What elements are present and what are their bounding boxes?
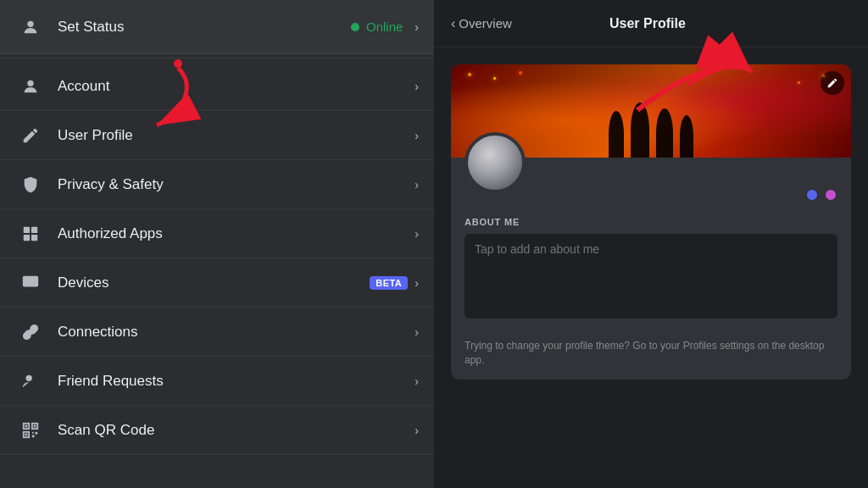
edit-icon bbox=[826, 77, 838, 89]
nav-item-privacy[interactable]: Privacy & Safety › bbox=[0, 160, 434, 209]
chevron-right-icon: › bbox=[415, 374, 419, 388]
profile-theme-footer: Trying to change your profile theme? Go … bbox=[451, 332, 851, 380]
nav-item-user-profile[interactable]: User Profile › bbox=[0, 111, 434, 160]
profile-card: ABOUT ME Trying to change your profile t… bbox=[451, 64, 851, 380]
back-label: Overview bbox=[459, 16, 512, 30]
chevron-right-icon: › bbox=[415, 276, 419, 290]
nav-item-authorized-apps[interactable]: Authorized Apps › bbox=[0, 209, 434, 258]
svg-rect-14 bbox=[32, 431, 34, 433]
grid-icon bbox=[15, 219, 46, 249]
light-dot bbox=[519, 71, 522, 75]
about-me-section: ABOUT ME bbox=[451, 207, 851, 332]
online-text: Online bbox=[366, 19, 403, 34]
person-add-icon bbox=[15, 366, 46, 396]
panel-title: User Profile bbox=[512, 16, 783, 31]
status-right: Online › bbox=[351, 19, 419, 34]
qr-icon bbox=[15, 415, 46, 446]
user-profile-panel: ‹ Overview User Profile bbox=[434, 0, 868, 488]
divider-1 bbox=[0, 58, 434, 58]
chevron-right-icon: › bbox=[415, 129, 419, 142]
light-dot bbox=[798, 81, 800, 84]
header-wrapper: ‹ Overview User Profile bbox=[451, 16, 851, 31]
nav-item-friend-requests[interactable]: Friend Requests › bbox=[0, 357, 434, 406]
nav-item-account[interactable]: Account › bbox=[0, 62, 434, 111]
about-me-label: ABOUT ME bbox=[465, 217, 837, 227]
chevron-right-icon: › bbox=[415, 178, 419, 191]
svg-point-7 bbox=[26, 374, 32, 380]
person-icon bbox=[15, 12, 46, 42]
avatar-area bbox=[465, 132, 851, 193]
svg-rect-5 bbox=[31, 234, 37, 240]
shield-icon bbox=[15, 169, 46, 200]
privacy-label: Privacy & Safety bbox=[58, 176, 409, 193]
devices-label: Devices bbox=[58, 274, 361, 291]
svg-rect-13 bbox=[25, 433, 28, 435]
chevron-right-icon: › bbox=[415, 424, 419, 437]
chevron-left-icon: ‹ bbox=[451, 16, 455, 31]
about-me-textarea[interactable] bbox=[465, 234, 837, 319]
nav-item-scan-qr[interactable]: Scan QR Code › bbox=[0, 406, 434, 455]
back-button[interactable]: ‹ Overview bbox=[451, 16, 512, 31]
user-profile-label: User Profile bbox=[58, 127, 409, 144]
edit-banner-button[interactable] bbox=[821, 71, 844, 95]
svg-point-0 bbox=[27, 20, 33, 26]
online-dot bbox=[351, 23, 359, 31]
authorized-apps-label: Authorized Apps bbox=[58, 225, 409, 242]
link-icon bbox=[15, 317, 46, 347]
account-icon bbox=[15, 71, 46, 102]
svg-rect-2 bbox=[24, 226, 30, 232]
chevron-right-icon: › bbox=[415, 325, 419, 339]
light-dot bbox=[493, 77, 496, 80]
set-status-row[interactable]: Set Status Online › bbox=[0, 0, 434, 54]
svg-rect-6 bbox=[23, 275, 38, 286]
beta-badge: BETA bbox=[370, 276, 408, 290]
svg-rect-12 bbox=[34, 424, 36, 427]
nav-item-devices[interactable]: Devices BETA › bbox=[0, 258, 434, 308]
svg-rect-16 bbox=[32, 435, 35, 437]
light-dot bbox=[468, 73, 471, 76]
chevron-right-icon: › bbox=[415, 80, 419, 93]
avatar[interactable] bbox=[465, 132, 526, 193]
monitor-icon bbox=[15, 268, 46, 298]
svg-rect-4 bbox=[24, 234, 30, 240]
set-status-label: Set Status bbox=[58, 19, 351, 36]
friend-requests-label: Friend Requests bbox=[58, 373, 409, 390]
connections-label: Connections bbox=[58, 324, 409, 341]
scan-qr-label: Scan QR Code bbox=[58, 422, 409, 439]
right-panel-header: ‹ Overview User Profile bbox=[434, 0, 868, 47]
profile-content: ABOUT ME Trying to change your profile t… bbox=[434, 47, 868, 488]
svg-point-1 bbox=[27, 80, 33, 86]
pencil-icon bbox=[15, 120, 46, 151]
account-label: Account bbox=[58, 78, 409, 95]
settings-menu: Set Status Online › Account › bbox=[0, 0, 434, 488]
svg-rect-11 bbox=[25, 424, 28, 427]
chevron-right-icon: › bbox=[415, 227, 419, 241]
nav-item-connections[interactable]: Connections › bbox=[0, 308, 434, 357]
svg-rect-15 bbox=[36, 431, 38, 434]
chevron-right-icon: › bbox=[415, 20, 419, 34]
svg-rect-3 bbox=[31, 226, 37, 232]
